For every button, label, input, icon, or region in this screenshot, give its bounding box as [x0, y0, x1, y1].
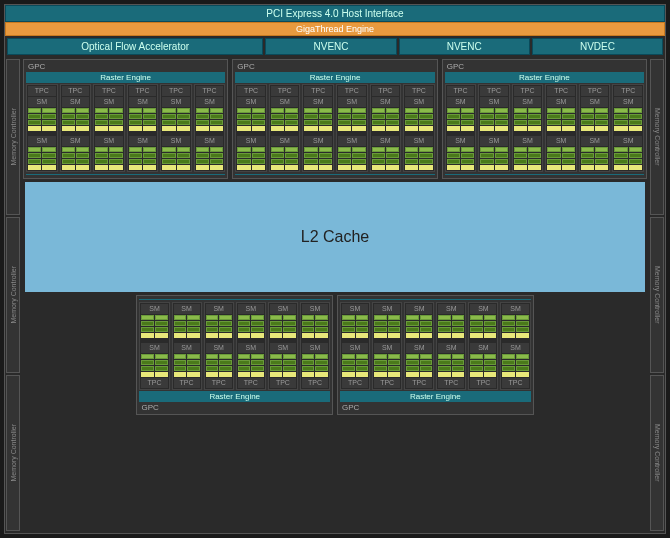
core-unit [210, 159, 223, 164]
core-unit [581, 108, 594, 113]
tpc: SMSMTPC [404, 302, 434, 390]
core-unit [196, 147, 209, 152]
core-unit [502, 321, 515, 326]
core-unit [196, 159, 209, 164]
core-unit [614, 147, 627, 152]
sm-label: SM [581, 136, 609, 146]
core-unit [28, 108, 41, 113]
core-unit [252, 153, 265, 158]
core-unit [187, 366, 200, 371]
right-memory-controllers: Memory ControllerMemory ControllerMemory… [649, 57, 665, 533]
sm-cores [206, 354, 232, 377]
core-unit [129, 147, 142, 152]
tensor-unit [629, 165, 642, 170]
core-unit [62, 114, 75, 119]
tpc-label: TPC [302, 378, 328, 388]
tensor-unit [251, 372, 264, 377]
sm-cores [141, 354, 167, 377]
sm-label: SM [438, 343, 464, 353]
tensor-unit [95, 126, 108, 131]
sm-label: SM [95, 136, 123, 146]
core-unit [447, 147, 460, 152]
sm-label: SM [162, 136, 190, 146]
sm-cores [95, 147, 123, 170]
tensor-unit [581, 126, 594, 131]
tensor-unit [252, 165, 265, 170]
gpc: GPCRaster EngineTPCSMSMTPCSMSMTPCSMSMTPC… [23, 59, 228, 179]
core-unit [238, 321, 251, 326]
sm-label: SM [470, 304, 496, 314]
tensor-unit [374, 372, 387, 377]
core-unit [386, 147, 399, 152]
tensor-unit [302, 372, 315, 377]
tensor-unit [304, 126, 317, 131]
core-unit [238, 366, 251, 371]
tensor-unit [162, 126, 175, 131]
tensor-unit [270, 372, 283, 377]
core-unit [28, 114, 41, 119]
core-unit [438, 360, 451, 365]
sm-label: SM [547, 136, 575, 146]
core-unit [438, 366, 451, 371]
core-unit [238, 315, 251, 320]
core-unit [386, 159, 399, 164]
core-unit [562, 153, 575, 158]
tensor-unit [338, 126, 351, 131]
gpc-row-top: GPCRaster EngineTPCSMSMTPCSMSMTPCSMSMTPC… [23, 59, 647, 179]
tensor-unit [206, 372, 219, 377]
sm-label: SM [237, 97, 265, 107]
core-unit [95, 153, 108, 158]
core-unit [206, 321, 219, 326]
core-unit [28, 153, 41, 158]
core-unit [319, 153, 332, 158]
tpc: TPCSMSM [336, 84, 368, 172]
core-unit [302, 366, 315, 371]
tensor-unit [210, 165, 223, 170]
tensor-unit [315, 333, 328, 338]
divider [235, 174, 434, 175]
core-unit [352, 159, 365, 164]
core-unit [270, 366, 283, 371]
core-unit [28, 147, 41, 152]
tensor-unit [388, 372, 401, 377]
core-unit [516, 315, 529, 320]
sm-cores [304, 108, 332, 131]
core-unit [495, 147, 508, 152]
tensor-unit [452, 333, 465, 338]
core-unit [338, 153, 351, 158]
tensor-unit [237, 126, 250, 131]
tensor-unit [76, 165, 89, 170]
core-unit [109, 114, 122, 119]
tensor-unit [285, 165, 298, 170]
sm-cores [374, 354, 400, 377]
core-unit [319, 159, 332, 164]
core-unit [252, 120, 265, 125]
tensor-unit [386, 126, 399, 131]
core-unit [42, 114, 55, 119]
core-unit [251, 321, 264, 326]
core-unit [547, 114, 560, 119]
tensor-unit [629, 126, 642, 131]
core-unit [285, 159, 298, 164]
core-unit [452, 360, 465, 365]
tensor-unit [356, 372, 369, 377]
core-unit [406, 315, 419, 320]
core-unit [143, 147, 156, 152]
sm-label: SM [514, 97, 542, 107]
core-unit [338, 159, 351, 164]
core-unit [315, 327, 328, 332]
core-unit [614, 108, 627, 113]
core-unit [420, 315, 433, 320]
core-unit [271, 114, 284, 119]
core-unit [285, 153, 298, 158]
sm-label: SM [406, 343, 432, 353]
core-unit [629, 120, 642, 125]
core-unit [514, 108, 527, 113]
core-unit [95, 114, 108, 119]
core-unit [438, 321, 451, 326]
sm-cores [581, 147, 609, 170]
sm-cores [129, 108, 157, 131]
core-unit [143, 153, 156, 158]
tpc-label: TPC [196, 86, 224, 96]
core-unit [352, 108, 365, 113]
